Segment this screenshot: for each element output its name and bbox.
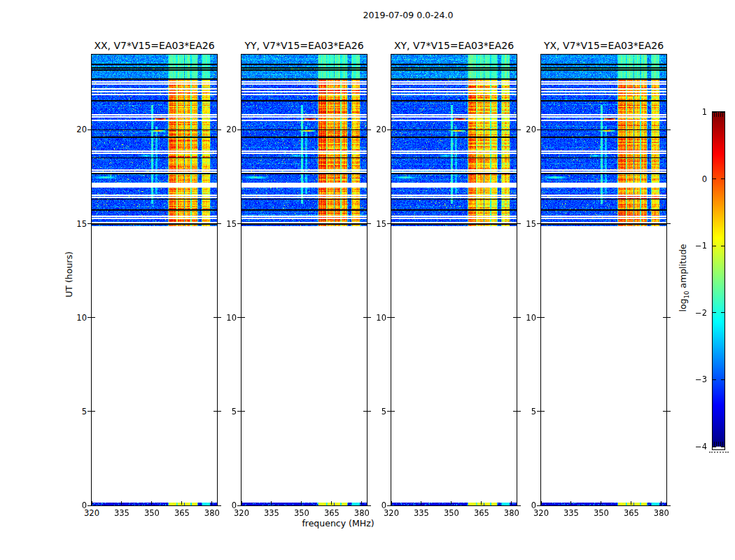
x-tick-mark [92,501,92,505]
colorbar [712,111,725,450]
x-tick-label: 365 [624,508,639,518]
panel-title-yy: YY, V7*V15=EA03*EA26 [244,40,363,51]
y-tick-label: 20 [59,125,87,134]
y-tick-mark [537,411,545,412]
y-tick-mark [387,505,395,506]
y-tick-mark [663,317,671,318]
colorbar-gradient [713,112,724,447]
panel-xy [391,54,517,506]
y-tick-label: 5 [358,407,386,416]
y-tick-mark [88,411,95,412]
y-tick-mark [237,223,245,224]
y-tick-mark [663,223,671,224]
y-tick-mark [237,505,245,506]
y-tick-mark [537,130,545,130]
y-tick-mark [237,317,245,318]
x-tick-label: 335 [264,508,279,518]
x-tick-mark [121,501,122,505]
panel-yy [241,54,368,506]
y-tick-label: 5 [508,407,536,416]
colorbar-tick-mark [713,312,716,313]
y-tick-label: 20 [508,125,536,134]
x-tick-label: 365 [174,508,190,518]
y-tick-label: 10 [59,313,87,323]
y-tick-mark [88,130,95,130]
x-tick-label: 350 [294,508,309,518]
y-tick-mark [387,130,395,130]
y-tick-label: 15 [508,219,536,229]
x-tick-label: 365 [324,508,340,518]
x-tick-mark [331,501,332,505]
colorbar-tick-label: −3 [679,374,707,384]
x-axis-label: frequency (MHz) [302,518,374,528]
y-tick-mark [88,505,95,506]
colorbar-tick-label: −2 [679,308,707,318]
y-tick-mark [387,411,395,412]
y-tick-mark [237,130,245,130]
colorbar-extend-dots [709,451,729,453]
x-tick-mark [181,501,182,505]
x-tick-label: 350 [594,508,609,518]
y-tick-label: 20 [358,125,386,134]
y-tick-mark [537,223,545,224]
y-tick-label: 5 [209,407,237,416]
colorbar-tick-mark [713,379,716,380]
x-tick-mark [301,501,302,505]
colorbar-axis-label: log10 amplitude [678,244,690,312]
x-tick-label: 350 [144,508,160,518]
colorbar-tick-mark [721,246,724,246]
x-tick-label: 380 [654,508,669,518]
y-tick-mark [663,130,671,130]
spectrogram-canvas-xx [92,55,217,505]
colorbar-tick-mark [713,112,716,113]
panel-yx [540,54,667,506]
colorbar-label-subscript: 10 [683,291,690,299]
x-tick-mark [391,501,392,505]
x-tick-mark [451,501,451,505]
colorbar-tick-label: 0 [679,174,707,184]
y-tick-label: 20 [209,125,237,134]
spectrogram-canvas-xy [391,55,517,505]
colorbar-tick-mark [721,178,724,179]
colorbar-tick-label: −4 [679,442,707,451]
y-axis-label: UT (hours) [64,251,74,298]
figure: 2019-07-09 0.0-24.0 XX, V7*V15=EA03*EA26… [0,0,735,560]
y-tick-label: 15 [358,219,386,229]
colorbar-tick-mark [721,379,724,380]
panel-xx [91,54,218,506]
colorbar-tick-mark [721,112,724,113]
x-tick-mark [601,501,601,505]
y-tick-label: 15 [59,219,87,229]
panel-title-xy: XY, V7*V15=EA03*EA26 [394,40,514,51]
y-tick-mark [537,505,545,506]
x-tick-label: 350 [444,508,459,518]
y-tick-label: 10 [209,313,237,323]
colorbar-tick-mark [713,178,716,179]
colorbar-tick-mark [721,312,724,313]
figure-title: 2019-07-09 0.0-24.0 [363,10,454,20]
colorbar-tick-mark [713,447,716,447]
panel-title-yx: YX, V7*V15=EA03*EA26 [544,40,664,51]
y-tick-label: 5 [59,407,87,416]
y-tick-mark [537,317,545,318]
colorbar-tick-label: 1 [679,107,707,117]
y-tick-label: 0 [59,500,87,510]
colorbar-tick-label: −1 [679,241,707,251]
y-tick-label: 15 [209,219,237,229]
spectrogram-canvas-yy [241,55,367,505]
x-tick-mark [541,501,542,505]
x-tick-mark [241,501,242,505]
panel-title-xx: XX, V7*V15=EA03*EA26 [94,40,214,51]
y-tick-mark [387,317,395,318]
x-tick-mark [151,501,152,505]
x-tick-label: 365 [474,508,489,518]
colorbar-label-suffix: amplitude [678,244,688,290]
colorbar-tick-mark [721,447,724,447]
y-tick-mark [88,317,95,318]
y-tick-mark [387,223,395,224]
x-tick-mark [271,501,272,505]
colorbar-tick-mark [713,246,716,246]
y-tick-label: 10 [358,313,386,323]
y-tick-label: 10 [508,313,536,323]
x-tick-mark [421,501,421,505]
